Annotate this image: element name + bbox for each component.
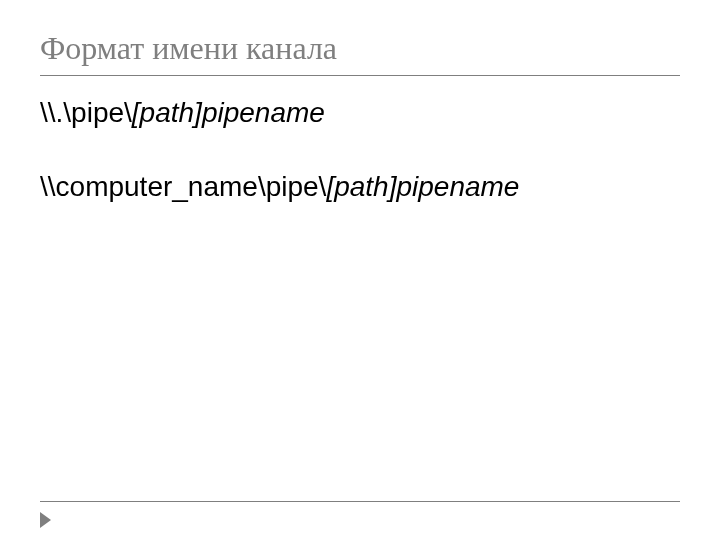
title-underline bbox=[40, 75, 680, 76]
line1-plain: \\.\pipe\ bbox=[40, 97, 132, 128]
bottom-rule bbox=[40, 501, 680, 502]
line1-italic: [path]pipename bbox=[132, 97, 325, 128]
svg-marker-0 bbox=[40, 512, 51, 528]
format-line-1: \\.\pipe\[path]pipename bbox=[40, 94, 680, 132]
slide-title: Формат имени канала bbox=[40, 30, 680, 67]
line2-plain: \\computer_name\pipe\ bbox=[40, 171, 326, 202]
slide: Формат имени канала \\.\pipe\[path]pipen… bbox=[0, 0, 720, 540]
chevron-right-icon bbox=[40, 512, 56, 528]
format-line-2: \\computer_name\pipe\[path]pipename bbox=[40, 168, 680, 206]
line2-italic: [path]pipename bbox=[326, 171, 519, 202]
slide-content: \\.\pipe\[path]pipename \\computer_name\… bbox=[40, 94, 680, 206]
spacer bbox=[40, 132, 680, 168]
